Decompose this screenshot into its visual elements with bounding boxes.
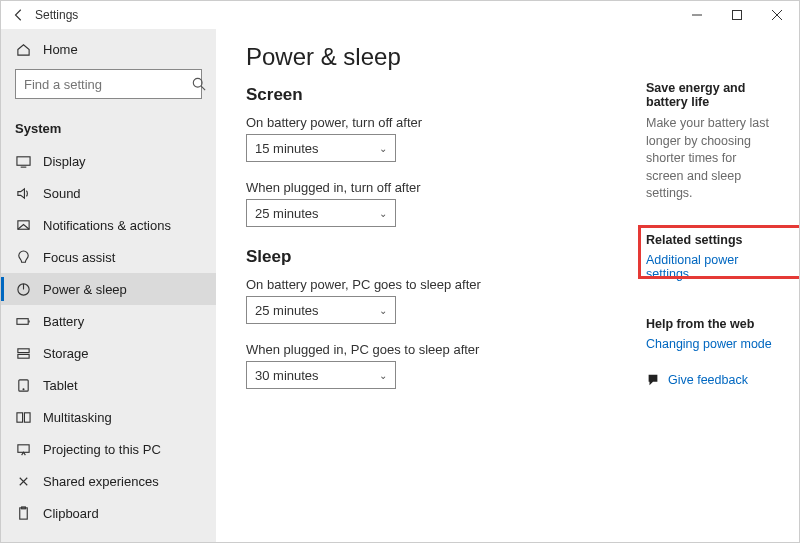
battery-icon — [15, 313, 31, 329]
sleep-plugged-label: When plugged in, PC goes to sleep after — [246, 342, 616, 357]
minimize-button[interactable] — [677, 1, 717, 29]
feedback-label: Give feedback — [668, 373, 748, 387]
sidebar-item-label: Power & sleep — [43, 282, 127, 297]
give-feedback-link[interactable]: Give feedback — [646, 373, 777, 387]
sidebar-item-clipboard[interactable]: Clipboard — [1, 497, 216, 529]
sleep-battery-label: On battery power, PC goes to sleep after — [246, 277, 616, 292]
screen-battery-select[interactable]: 15 minutes ⌄ — [246, 134, 396, 162]
select-value: 25 minutes — [255, 303, 319, 318]
display-icon — [15, 153, 31, 169]
changing-power-mode-link[interactable]: Changing power mode — [646, 337, 777, 351]
back-button[interactable] — [9, 5, 29, 25]
screen-plugged-label: When plugged in, turn off after — [246, 180, 616, 195]
sound-icon — [15, 185, 31, 201]
sidebar: Home System Display Sound Notifications … — [1, 29, 216, 542]
screen-battery-label: On battery power, turn off after — [246, 115, 616, 130]
sidebar-item-shared-experiences[interactable]: Shared experiences — [1, 465, 216, 497]
select-value: 15 minutes — [255, 141, 319, 156]
window-title: Settings — [35, 8, 78, 22]
sidebar-item-label: Storage — [43, 346, 89, 361]
aside-related-heading: Related settings — [646, 233, 777, 247]
home-icon — [15, 41, 31, 57]
chevron-down-icon: ⌄ — [379, 143, 387, 154]
sidebar-item-multitasking[interactable]: Multitasking — [1, 401, 216, 433]
maximize-button[interactable] — [717, 1, 757, 29]
svg-rect-2 — [16, 156, 29, 164]
tablet-icon — [15, 377, 31, 393]
close-button[interactable] — [757, 1, 797, 29]
projecting-icon — [15, 441, 31, 457]
svg-rect-6 — [17, 348, 28, 352]
svg-rect-13 — [19, 507, 27, 518]
svg-point-1 — [193, 78, 202, 87]
sleep-battery-select[interactable]: 25 minutes ⌄ — [246, 296, 396, 324]
svg-rect-10 — [16, 412, 22, 421]
clipboard-icon — [15, 505, 31, 521]
sidebar-item-label: Multitasking — [43, 410, 112, 425]
sidebar-item-label: Sound — [43, 186, 81, 201]
sleep-heading: Sleep — [246, 247, 616, 267]
sidebar-item-label: Projecting to this PC — [43, 442, 161, 457]
svg-rect-5 — [16, 318, 27, 324]
svg-point-9 — [23, 388, 24, 389]
aside-energy-heading: Save energy and battery life — [646, 81, 777, 109]
select-value: 25 minutes — [255, 206, 319, 221]
sidebar-item-battery[interactable]: Battery — [1, 305, 216, 337]
feedback-icon — [646, 373, 660, 387]
sidebar-item-label: Clipboard — [43, 506, 99, 521]
chevron-down-icon: ⌄ — [379, 305, 387, 316]
sidebar-item-tablet[interactable]: Tablet — [1, 369, 216, 401]
storage-icon — [15, 345, 31, 361]
svg-rect-12 — [17, 444, 28, 452]
focus-assist-icon — [15, 249, 31, 265]
main-content: Power & sleep Screen On battery power, t… — [216, 29, 799, 542]
page-title: Power & sleep — [246, 43, 616, 71]
titlebar: Settings — [1, 1, 799, 29]
svg-rect-7 — [17, 354, 28, 358]
svg-rect-0 — [733, 11, 742, 20]
chevron-down-icon: ⌄ — [379, 208, 387, 219]
aside-help-heading: Help from the web — [646, 317, 777, 331]
screen-heading: Screen — [246, 85, 616, 105]
chevron-down-icon: ⌄ — [379, 370, 387, 381]
power-icon — [15, 281, 31, 297]
notifications-icon — [15, 217, 31, 233]
sidebar-item-label: Display — [43, 154, 86, 169]
select-value: 30 minutes — [255, 368, 319, 383]
screen-plugged-select[interactable]: 25 minutes ⌄ — [246, 199, 396, 227]
sidebar-item-label: Focus assist — [43, 250, 115, 265]
sidebar-item-storage[interactable]: Storage — [1, 337, 216, 369]
search-input[interactable] — [15, 69, 202, 99]
sidebar-item-sound[interactable]: Sound — [1, 177, 216, 209]
sidebar-home[interactable]: Home — [1, 33, 216, 65]
sleep-plugged-select[interactable]: 30 minutes ⌄ — [246, 361, 396, 389]
svg-rect-11 — [24, 412, 30, 421]
additional-power-settings-link[interactable]: Additional power settings — [646, 253, 777, 281]
shared-icon — [15, 473, 31, 489]
sidebar-item-power-sleep[interactable]: Power & sleep — [1, 273, 216, 305]
sidebar-item-projecting[interactable]: Projecting to this PC — [1, 433, 216, 465]
search-icon — [192, 77, 206, 91]
sidebar-section-label: System — [15, 121, 61, 136]
sidebar-section-header: System — [1, 115, 216, 141]
multitasking-icon — [15, 409, 31, 425]
sidebar-item-label: Shared experiences — [43, 474, 159, 489]
search-field[interactable] — [24, 77, 192, 92]
sidebar-item-display[interactable]: Display — [1, 145, 216, 177]
sidebar-item-focus-assist[interactable]: Focus assist — [1, 241, 216, 273]
aside-energy-body: Make your battery last longer by choosin… — [646, 115, 777, 203]
sidebar-item-label: Tablet — [43, 378, 78, 393]
sidebar-item-notifications[interactable]: Notifications & actions — [1, 209, 216, 241]
sidebar-home-label: Home — [43, 42, 78, 57]
sidebar-item-label: Notifications & actions — [43, 218, 171, 233]
sidebar-item-label: Battery — [43, 314, 84, 329]
